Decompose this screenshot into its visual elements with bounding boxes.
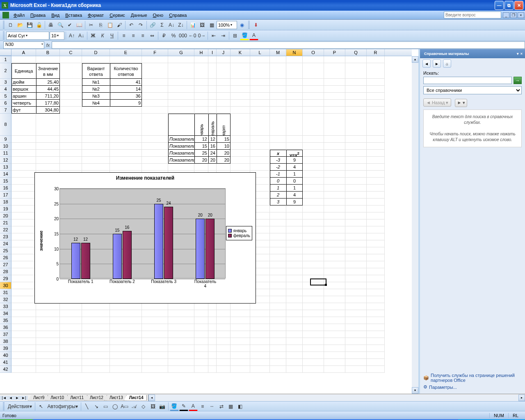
cell[interactable]: 177,80 (36, 100, 60, 107)
cell[interactable]: -2 (270, 164, 286, 171)
cell[interactable]: №2 (82, 86, 110, 93)
nav-back-icon[interactable]: ◄ (422, 59, 431, 68)
sheet-tab-active[interactable]: Лист14 (124, 395, 147, 401)
actions-menu[interactable]: Действия ▾ (6, 402, 34, 411)
menu-format[interactable]: Формат (85, 12, 107, 18)
arrow-style-icon[interactable]: ⇄ (217, 402, 226, 411)
cell[interactable]: -1 (270, 171, 286, 178)
increase-decimal-icon[interactable]: ←0 (188, 31, 197, 40)
cell[interactable]: 14 (110, 86, 142, 93)
sort-asc-icon[interactable]: A↓ (167, 21, 176, 30)
source-select[interactable]: Все справочники (423, 86, 522, 94)
cell[interactable]: 20 (194, 157, 208, 164)
line-style-icon[interactable]: ≡ (198, 402, 207, 411)
copy-icon[interactable]: ⎘ (96, 21, 105, 30)
cell[interactable]: Количество ответов (110, 63, 142, 79)
permission-icon[interactable]: 🔓 (34, 21, 43, 30)
col-header[interactable]: M (270, 49, 286, 56)
nav-home-icon[interactable]: ⌂ (443, 59, 451, 68)
preview-icon[interactable]: 🔍 (56, 21, 65, 30)
cell[interactable]: 9 (110, 100, 142, 107)
line-color-icon[interactable]: ✎ (179, 402, 188, 411)
tab-next-icon[interactable]: ► (14, 396, 21, 400)
cell[interactable]: Единица (11, 63, 36, 79)
cell[interactable]: 41 (110, 79, 142, 86)
ask-question-box[interactable] (444, 11, 501, 18)
col-header[interactable]: F (142, 49, 168, 56)
menu-help[interactable]: Справка (166, 12, 189, 18)
cell[interactable]: Показатель 1 (168, 136, 194, 143)
col-header[interactable]: D (82, 49, 110, 56)
comma-icon[interactable]: 000 (178, 31, 187, 40)
drawing-icon[interactable]: 🖼 (198, 21, 207, 30)
increase-indent-icon[interactable]: ⇥ (219, 31, 228, 40)
threed-icon[interactable]: ◧ (236, 402, 245, 411)
align-center-icon[interactable]: ≡ (129, 31, 138, 40)
cell[interactable]: 16 (208, 143, 217, 150)
zoom-combo[interactable]: 100%▾ (217, 21, 237, 29)
fill-icon[interactable]: 🪣 (170, 402, 179, 411)
diagram-icon[interactable]: ◇ (139, 402, 148, 411)
sort-desc-icon[interactable]: Z↓ (176, 21, 185, 30)
col-header[interactable]: O (303, 49, 324, 56)
doc-minimize-button[interactable]: _ (503, 12, 509, 18)
task-pane-menu-icon[interactable]: ▾ (517, 52, 519, 56)
cut-icon[interactable]: ✂ (87, 21, 96, 30)
chart-object[interactable]: Изменение показателей значение 051015202… (34, 172, 256, 304)
col-header[interactable]: N (286, 49, 303, 56)
scroll-down-icon[interactable]: ▾ (412, 387, 418, 394)
cell[interactable]: 24 (208, 150, 217, 157)
cell[interactable]: аршин (11, 93, 36, 100)
font-name-combo[interactable]: Arial Cyr▾ (6, 32, 49, 40)
cell[interactable]: №4 (82, 100, 110, 107)
tab-first-icon[interactable]: |◄ (1, 396, 7, 400)
cell[interactable]: y=x2 (286, 150, 303, 157)
doc-restore-button[interactable]: ❐ (510, 12, 517, 18)
bold-icon[interactable]: Ж (89, 31, 98, 40)
cell[interactable]: 20 (217, 157, 231, 164)
fill-color-icon[interactable]: 🪣 (240, 31, 249, 40)
cell[interactable]: 12 (194, 136, 208, 143)
close-button[interactable]: ✕ (514, 1, 523, 10)
cell[interactable]: январь (194, 114, 208, 136)
cell[interactable]: март (217, 114, 231, 136)
toolbar-grip-4[interactable] (3, 402, 5, 411)
shadow-icon[interactable]: ▦ (226, 402, 235, 411)
cell[interactable]: 9 (286, 157, 303, 164)
dash-style-icon[interactable]: ┄ (208, 402, 217, 411)
sheet-tab[interactable]: Лист9 (28, 395, 48, 401)
menu-window[interactable]: Окно (150, 12, 167, 18)
decrease-decimal-icon[interactable]: 0→ (197, 31, 206, 40)
control-icon[interactable] (2, 12, 9, 18)
cell[interactable]: 2 (270, 192, 286, 199)
col-header[interactable]: Q (345, 49, 367, 56)
oval-icon[interactable]: ◯ (111, 402, 120, 411)
fx-icon[interactable]: fx (44, 43, 52, 48)
menu-view[interactable]: Вид (48, 12, 62, 18)
cell[interactable]: дюйм (11, 79, 36, 86)
open-icon[interactable]: 📂 (16, 21, 25, 30)
menu-tools[interactable]: Сервис (107, 12, 128, 18)
toolbar-grip-3[interactable] (3, 32, 5, 40)
cell[interactable]: 0 (270, 178, 286, 185)
horizontal-scrollbar[interactable]: ◂▸ (148, 395, 525, 401)
cell[interactable]: 44,45 (36, 86, 60, 93)
sheet-tab[interactable]: Лист11 (65, 395, 87, 401)
col-header[interactable]: R (367, 49, 385, 56)
merge-icon[interactable]: ⇔ (148, 31, 157, 40)
cell[interactable]: фут (11, 107, 36, 114)
name-box[interactable]: N30 (3, 41, 44, 49)
sheet-tab[interactable]: Лист13 (104, 395, 127, 401)
select-all[interactable] (0, 49, 11, 56)
line-icon[interactable]: ╲ (82, 402, 91, 411)
autoshapes-menu[interactable]: Автофигуры ▾ (46, 402, 80, 411)
undo-icon[interactable]: ↶ (127, 21, 136, 30)
task-pane-close-icon[interactable]: × (520, 52, 523, 56)
cell[interactable]: Показатель 2 (168, 143, 194, 150)
doc-close-button[interactable]: × (518, 12, 524, 18)
cell[interactable]: 1 (286, 185, 303, 192)
col-header[interactable]: E (110, 49, 142, 56)
forward-button[interactable]: ► ▾ (455, 99, 467, 107)
cell[interactable]: четверть (11, 100, 36, 107)
cell[interactable]: февраль (208, 114, 217, 136)
